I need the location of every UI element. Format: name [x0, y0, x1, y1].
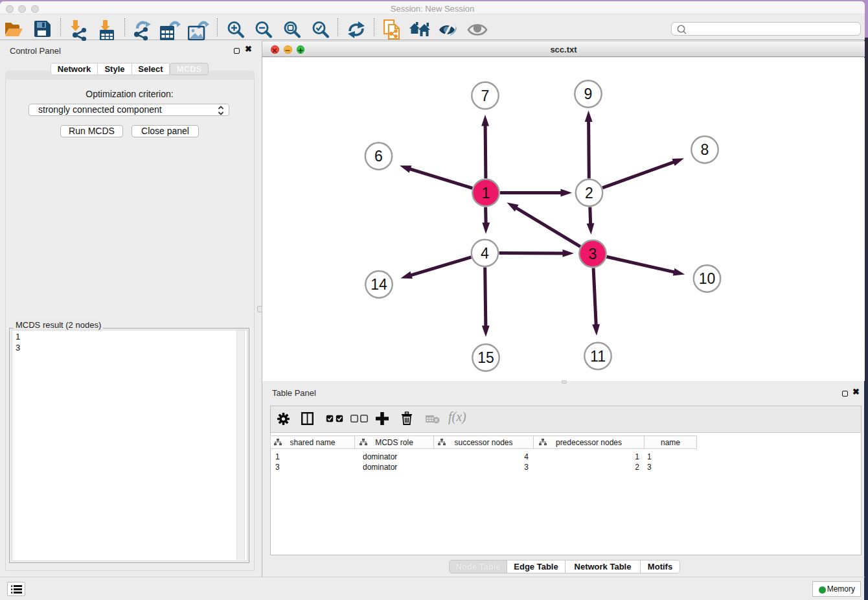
- svg-text:9: 9: [584, 86, 593, 102]
- svg-text:15: 15: [477, 349, 494, 366]
- svg-text:3: 3: [589, 246, 597, 262]
- svg-text:4: 4: [481, 245, 489, 262]
- svg-text:14: 14: [371, 276, 387, 293]
- svg-text:8: 8: [701, 141, 709, 158]
- svg-text:11: 11: [590, 348, 606, 365]
- svg-text:6: 6: [374, 148, 383, 165]
- svg-text:2: 2: [585, 185, 593, 202]
- svg-text:1: 1: [482, 185, 490, 202]
- svg-text:7: 7: [481, 87, 490, 104]
- svg-text:10: 10: [699, 270, 716, 287]
